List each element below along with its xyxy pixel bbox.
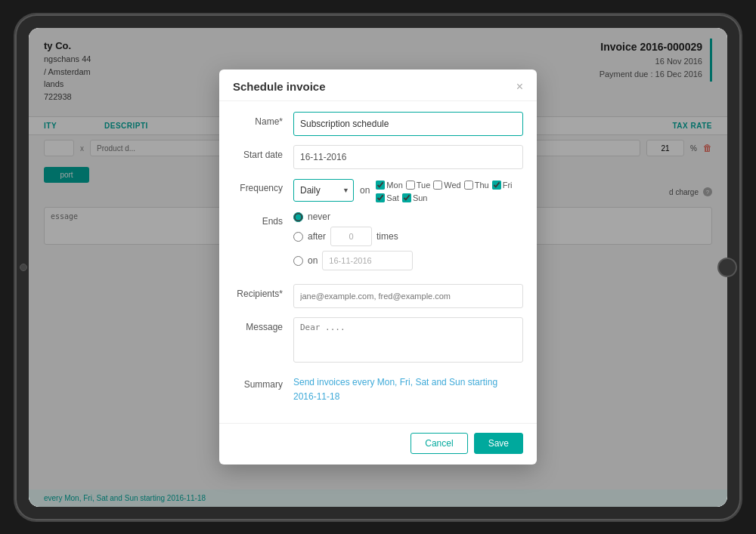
checkbox-mon[interactable] bbox=[376, 181, 385, 190]
ends-never-radio[interactable] bbox=[293, 212, 303, 222]
ends-after-label: after bbox=[308, 231, 326, 242]
ends-row: Ends never after times bbox=[233, 211, 523, 275]
summary-control: Send invoices every Mon, Fri, Sat and Su… bbox=[293, 375, 523, 403]
start-date-label: Start date bbox=[233, 145, 293, 160]
day-mon-label: Mon bbox=[386, 181, 402, 190]
cancel-button[interactable]: Cancel bbox=[411, 433, 467, 454]
ends-on-label: on bbox=[308, 255, 318, 266]
ends-on-option[interactable]: on bbox=[293, 251, 523, 270]
modal-header: Schedule invoice × bbox=[219, 69, 537, 101]
name-control bbox=[293, 112, 523, 136]
recipients-control bbox=[293, 284, 523, 308]
ends-label: Ends bbox=[233, 211, 293, 227]
ends-options: never after times on bbox=[293, 211, 523, 275]
ends-after-radio[interactable] bbox=[293, 232, 303, 242]
ends-on-input[interactable] bbox=[322, 251, 413, 270]
summary-text: Send invoices every Mon, Fri, Sat and Su… bbox=[293, 377, 497, 402]
schedule-invoice-modal: Schedule invoice × Name* Start date bbox=[219, 69, 537, 465]
day-sat-label: Sat bbox=[386, 193, 399, 202]
modal-footer: Cancel Save bbox=[219, 423, 537, 465]
recipients-label: Recipients* bbox=[233, 284, 293, 299]
checkbox-thu[interactable] bbox=[464, 181, 473, 190]
frequency-control: Daily Weekly Monthly ▼ on bbox=[293, 178, 523, 202]
frequency-label: Frequency bbox=[233, 178, 293, 193]
ends-never-label: never bbox=[308, 211, 330, 222]
day-sun-label: Sun bbox=[413, 193, 428, 202]
day-tue-label: Tue bbox=[417, 181, 431, 190]
frequency-row: Frequency Daily Weekly Monthly ▼ bbox=[233, 178, 523, 202]
message-control bbox=[293, 317, 523, 366]
day-wed[interactable]: Wed bbox=[433, 181, 460, 190]
day-thu[interactable]: Thu bbox=[464, 181, 489, 190]
ends-on-radio[interactable] bbox=[293, 256, 303, 266]
day-tue[interactable]: Tue bbox=[406, 181, 431, 190]
ends-never-option[interactable]: never bbox=[293, 211, 523, 222]
checkbox-wed[interactable] bbox=[433, 181, 442, 190]
name-input[interactable] bbox=[293, 112, 523, 136]
ends-after-option[interactable]: after times bbox=[293, 227, 523, 246]
name-label: Name* bbox=[233, 112, 293, 127]
start-date-input[interactable] bbox=[293, 145, 523, 169]
checkbox-sun[interactable] bbox=[402, 193, 411, 202]
day-wed-label: Wed bbox=[444, 181, 460, 190]
modal-overlay: Schedule invoice × Name* Start date bbox=[29, 28, 727, 507]
checkbox-sat[interactable] bbox=[376, 193, 385, 202]
name-row: Name* bbox=[233, 112, 523, 136]
start-date-control bbox=[293, 145, 523, 169]
message-label: Message bbox=[233, 317, 293, 332]
day-fri[interactable]: Fri bbox=[492, 181, 513, 190]
day-thu-label: Thu bbox=[475, 181, 489, 190]
summary-label: Summary bbox=[233, 375, 293, 390]
checkbox-tue[interactable] bbox=[406, 181, 415, 190]
modal-body: Name* Start date Frequency bbox=[219, 101, 537, 423]
day-sun[interactable]: Sun bbox=[402, 193, 428, 202]
ends-after-input[interactable] bbox=[330, 227, 372, 246]
ends-times-label: times bbox=[376, 231, 398, 242]
recipients-input[interactable] bbox=[293, 284, 523, 308]
day-mon[interactable]: Mon bbox=[376, 181, 402, 190]
day-fri-label: Fri bbox=[503, 181, 513, 190]
start-date-row: Start date bbox=[233, 145, 523, 169]
message-textarea[interactable] bbox=[293, 317, 523, 363]
message-row: Message bbox=[233, 317, 523, 366]
days-checkboxes: Mon Tue Wed bbox=[376, 178, 523, 202]
frequency-select[interactable]: Daily Weekly Monthly bbox=[293, 179, 354, 202]
recipients-row: Recipients* bbox=[233, 284, 523, 308]
checkbox-fri[interactable] bbox=[492, 181, 501, 190]
save-button[interactable]: Save bbox=[474, 433, 523, 454]
modal-close-button[interactable]: × bbox=[516, 81, 523, 93]
modal-title: Schedule invoice bbox=[233, 80, 326, 93]
frequency-select-wrap: Daily Weekly Monthly ▼ bbox=[293, 179, 354, 202]
summary-row: Summary Send invoices every Mon, Fri, Sa… bbox=[233, 375, 523, 403]
day-sat[interactable]: Sat bbox=[376, 193, 399, 202]
on-label: on bbox=[360, 185, 370, 196]
